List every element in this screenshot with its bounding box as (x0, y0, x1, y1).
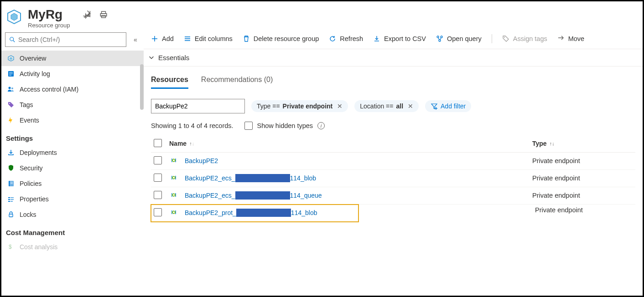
collapse-sidebar-icon[interactable]: « (131, 36, 140, 43)
sidebar-scrollbar[interactable] (140, 64, 144, 110)
sidebar-item-label: Security (20, 164, 43, 172)
records-summary: Showing 1 to 4 of 4 records. (151, 122, 234, 129)
table-row[interactable]: BackupPE2_ecs_114_queue Private endpoint (151, 187, 635, 205)
pill-value: Private endpoint (283, 102, 333, 110)
add-filter-button[interactable]: Add filter (425, 100, 471, 112)
search-icon (9, 36, 16, 43)
sidebar-item-tags[interactable]: Tags (1, 97, 144, 113)
svg-rect-20 (8, 201, 10, 202)
sidebar-item-events[interactable]: Events (1, 113, 144, 128)
resource-type: Private endpoint (532, 174, 580, 182)
sidebar-item-cost-analysis[interactable]: $ Cost analysis (1, 239, 144, 255)
sidebar-item-activity-log[interactable]: Activity log (1, 66, 144, 82)
print-icon[interactable] (99, 10, 108, 20)
resource-group-icon (6, 9, 22, 25)
info-icon[interactable]: i (317, 122, 325, 129)
essentials-label: Essentials (158, 54, 189, 61)
tab-recommendations[interactable]: Recommendations (0) (201, 76, 273, 89)
move-button[interactable]: Move (557, 34, 584, 43)
chevron-down-icon (148, 54, 155, 61)
redacted-segment (235, 191, 290, 200)
resource-link[interactable]: BackupPE2_ecs_114_queue (185, 191, 322, 200)
toolbar-label: Refresh (340, 35, 363, 42)
sidebar-item-label: Access control (IAM) (20, 86, 78, 93)
close-icon[interactable]: ✕ (408, 102, 413, 110)
select-all-checkbox[interactable] (154, 139, 162, 147)
row-checkbox[interactable] (154, 174, 162, 182)
svg-rect-19 (10, 199, 14, 200)
filter-pill-type[interactable]: Type == Private endpoint ✕ (251, 100, 348, 112)
private-endpoint-icon (170, 174, 177, 183)
svg-rect-18 (8, 199, 10, 200)
resource-name-part: 114_queue (290, 192, 322, 199)
toolbar-label: Assign tags (513, 35, 547, 42)
sort-icon[interactable]: ↑↓ (550, 141, 555, 146)
redacted-segment (236, 209, 291, 217)
show-hidden-label: Show hidden types (257, 122, 313, 129)
resource-name-part: BackupPE2 (185, 157, 218, 164)
refresh-button[interactable]: Refresh (329, 35, 363, 42)
tabs: Resources Recommendations (0) (144, 67, 643, 91)
resource-link[interactable]: BackupPE2_ecs_114_blob (185, 174, 316, 182)
toolbar-divider (492, 34, 492, 43)
sidebar-search-input[interactable] (18, 36, 122, 43)
sidebar-item-label: Cost analysis (20, 243, 57, 251)
filter-pill-location[interactable]: Location == all ✕ (354, 100, 419, 112)
sidebar-item-label: Tags (20, 101, 33, 108)
row-checkbox[interactable] (154, 156, 162, 164)
add-button[interactable]: Add (151, 35, 174, 42)
sidebar-item-locks[interactable]: Locks (1, 207, 144, 222)
filter-text-input[interactable] (151, 99, 245, 113)
table-row[interactable]: BackupPE2 Private endpoint (151, 153, 635, 170)
open-query-button[interactable]: Open query (436, 35, 482, 42)
overview-icon (7, 55, 15, 62)
show-hidden-checkbox[interactable] (244, 122, 253, 130)
resource-link[interactable]: BackupPE2_prot_114_blob (185, 209, 317, 217)
delete-resource-group-button[interactable]: Delete resource group (243, 35, 319, 42)
close-icon[interactable]: ✕ (337, 102, 343, 110)
column-name[interactable]: Name (169, 140, 187, 147)
tags-icon (7, 101, 15, 108)
table-row[interactable]: BackupPE2_prot_114_blob (151, 205, 358, 222)
resource-type: Private endpoint (532, 192, 580, 199)
sidebar-item-security[interactable]: Security (1, 160, 144, 176)
activity-log-icon (7, 70, 15, 77)
export-csv-button[interactable]: Export to CSV (373, 35, 426, 42)
sidebar-item-policies[interactable]: Policies (1, 176, 144, 191)
sidebar-item-properties[interactable]: Properties (1, 191, 144, 207)
sidebar-item-label: Overview (20, 55, 46, 62)
main-content: Add Edit columns Delete resource group R… (144, 31, 643, 295)
tab-resources[interactable]: Resources (151, 76, 188, 89)
sidebar-item-overview[interactable]: Overview (1, 51, 144, 66)
private-endpoint-icon (170, 191, 177, 200)
pin-icon[interactable] (83, 10, 91, 20)
table-row[interactable]: BackupPE2_ecs_114_blob Private endpoint (151, 170, 635, 187)
resource-name-part: BackupPE2_ecs_ (185, 174, 235, 182)
svg-point-3 (10, 37, 14, 41)
toolbar-label: Edit columns (195, 35, 233, 42)
sort-icon[interactable]: ↑↓ (189, 141, 194, 146)
assign-tags-button: Assign tags (502, 35, 547, 42)
svg-rect-21 (10, 201, 13, 202)
page-subtitle: Resource group (28, 22, 70, 29)
policies-icon (7, 180, 15, 187)
access-control-icon (7, 86, 15, 93)
private-endpoint-icon (170, 209, 177, 217)
sidebar-item-access-control[interactable]: Access control (IAM) (1, 82, 144, 97)
row-checkbox[interactable] (154, 208, 162, 216)
cost-analysis-icon: $ (7, 243, 15, 251)
essentials-toggle[interactable]: Essentials (144, 49, 643, 67)
column-type[interactable]: Type (532, 140, 547, 147)
filter-row: Type == Private endpoint ✕ Location == a… (144, 91, 643, 117)
svg-point-31 (441, 36, 442, 38)
toolbar-label: Delete resource group (254, 35, 319, 42)
redacted-segment (235, 174, 290, 182)
page-title: MyRg (28, 8, 70, 22)
sidebar-search[interactable] (5, 32, 126, 47)
row-checkbox[interactable] (154, 191, 162, 199)
sidebar-item-deployments[interactable]: Deployments (1, 145, 144, 160)
pill-prefix: Location == (360, 102, 393, 110)
sidebar-item-label: Policies (20, 180, 42, 187)
edit-columns-button[interactable]: Edit columns (184, 35, 233, 42)
resource-link[interactable]: BackupPE2 (185, 157, 218, 164)
